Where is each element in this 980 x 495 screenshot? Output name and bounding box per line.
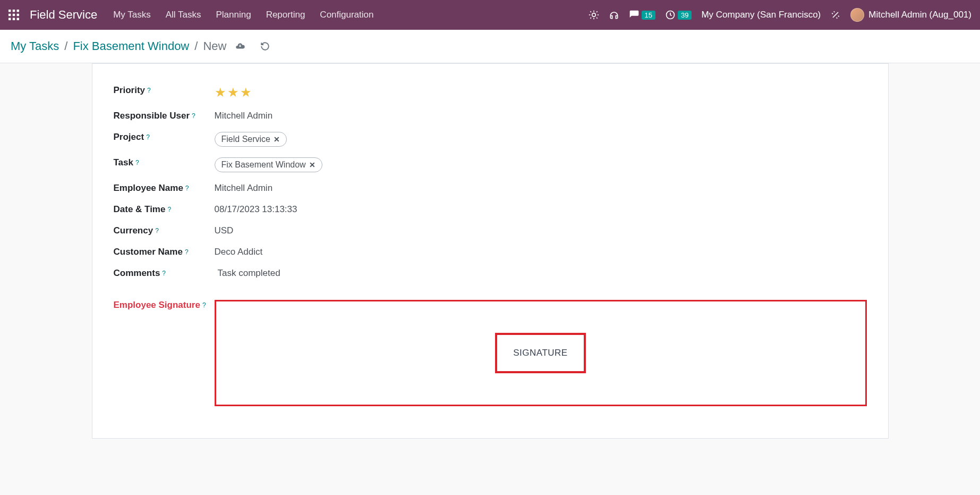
- activities-badge: 39: [678, 11, 692, 20]
- help-icon[interactable]: ?: [155, 227, 159, 234]
- row-currency: Currency ? USD: [114, 225, 867, 236]
- nav-links: My Tasks All Tasks Planning Reporting Co…: [113, 10, 588, 20]
- activities-icon[interactable]: 39: [665, 10, 692, 20]
- breadcrumb-sep: /: [64, 39, 67, 53]
- label-datetime: Date & Time ?: [114, 204, 215, 215]
- nav-planning[interactable]: Planning: [216, 10, 251, 20]
- label-task: Task ?: [114, 157, 215, 168]
- remove-tag-icon[interactable]: ✕: [309, 161, 316, 169]
- svg-rect-4: [13, 14, 15, 16]
- row-priority: Priority ? ★ ★ ★: [114, 85, 867, 100]
- svg-point-9: [592, 13, 595, 17]
- discard-icon[interactable]: [260, 41, 270, 51]
- support-icon[interactable]: [609, 10, 619, 20]
- help-icon[interactable]: ?: [192, 112, 195, 120]
- star-icon[interactable]: ★: [227, 85, 239, 100]
- label-currency: Currency ?: [114, 225, 215, 236]
- breadcrumb: My Tasks / Fix Basement Window / New: [0, 30, 980, 63]
- label-customer-name: Customer Name ?: [114, 247, 215, 257]
- label-priority: Priority ?: [114, 85, 215, 96]
- value-datetime[interactable]: 08/17/2023 13:13:33: [215, 204, 867, 215]
- row-task: Task ? Fix Basement Window ✕: [114, 157, 867, 172]
- svg-rect-6: [8, 18, 11, 20]
- help-icon[interactable]: ?: [167, 206, 171, 213]
- priority-stars[interactable]: ★ ★ ★: [215, 85, 867, 100]
- help-icon[interactable]: ?: [162, 270, 166, 277]
- cloud-save-icon[interactable]: [235, 41, 245, 52]
- value-project[interactable]: Field Service ✕: [215, 132, 867, 147]
- star-icon[interactable]: ★: [240, 85, 252, 100]
- label-employee-name: Employee Name ?: [114, 183, 215, 194]
- help-icon[interactable]: ?: [147, 87, 151, 94]
- nav-configuration[interactable]: Configuration: [320, 10, 373, 20]
- svg-rect-0: [8, 10, 11, 12]
- svg-rect-8: [17, 18, 19, 20]
- signature-area[interactable]: SIGNATURE: [215, 300, 867, 406]
- label-comments: Comments ?: [114, 268, 215, 279]
- label-project: Project ?: [114, 132, 215, 142]
- svg-rect-2: [17, 10, 19, 12]
- breadcrumb-parent[interactable]: Fix Basement Window: [73, 39, 189, 53]
- value-task[interactable]: Fix Basement Window ✕: [215, 157, 867, 172]
- remove-tag-icon[interactable]: ✕: [274, 135, 280, 144]
- help-icon[interactable]: ?: [202, 301, 206, 309]
- value-comments[interactable]: Task completed: [215, 268, 867, 279]
- task-tag[interactable]: Fix Basement Window ✕: [215, 157, 322, 172]
- help-icon[interactable]: ?: [135, 159, 139, 166]
- messages-badge: 15: [642, 11, 655, 20]
- user-menu[interactable]: Mitchell Admin (Aug_001): [850, 8, 972, 22]
- svg-rect-5: [17, 14, 19, 16]
- star-icon[interactable]: ★: [215, 85, 226, 100]
- user-name: Mitchell Admin (Aug_001): [868, 10, 972, 20]
- row-employee-name: Employee Name ? Mitchell Admin: [114, 183, 867, 194]
- value-priority: ★ ★ ★: [215, 85, 867, 100]
- messages-icon[interactable]: 15: [629, 10, 655, 20]
- tools-icon[interactable]: [830, 10, 841, 20]
- avatar: [850, 8, 864, 22]
- signature-button[interactable]: SIGNATURE: [495, 333, 585, 373]
- breadcrumb-current: New: [203, 39, 226, 53]
- row-datetime: Date & Time ? 08/17/2023 13:13:33: [114, 204, 867, 215]
- debug-icon[interactable]: [589, 10, 599, 20]
- nav-reporting[interactable]: Reporting: [266, 10, 305, 20]
- svg-rect-7: [13, 18, 15, 20]
- value-currency[interactable]: USD: [215, 225, 867, 236]
- row-customer-name: Customer Name ? Deco Addict: [114, 247, 867, 257]
- svg-rect-1: [13, 10, 15, 12]
- row-responsible-user: Responsible User ? Mitchell Admin: [114, 111, 867, 121]
- value-responsible-user[interactable]: Mitchell Admin: [215, 111, 867, 121]
- form-sheet: Priority ? ★ ★ ★ Responsible User ? Mitc…: [92, 63, 889, 439]
- help-icon[interactable]: ?: [146, 133, 150, 141]
- row-project: Project ? Field Service ✕: [114, 132, 867, 147]
- help-icon[interactable]: ?: [185, 248, 189, 256]
- project-tag[interactable]: Field Service ✕: [215, 132, 287, 147]
- breadcrumb-sep: /: [194, 39, 198, 53]
- row-comments: Comments ? Task completed: [114, 268, 867, 279]
- nav-my-tasks[interactable]: My Tasks: [113, 10, 151, 20]
- row-signature: Employee Signature ? SIGNATURE: [114, 300, 867, 406]
- brand-title[interactable]: Field Service: [30, 8, 97, 22]
- label-responsible-user: Responsible User ?: [114, 111, 215, 121]
- nav-all-tasks[interactable]: All Tasks: [166, 10, 201, 20]
- help-icon[interactable]: ?: [185, 184, 189, 192]
- value-customer-name[interactable]: Deco Addict: [215, 247, 867, 257]
- value-employee-name[interactable]: Mitchell Admin: [215, 183, 867, 194]
- top-navbar: Field Service My Tasks All Tasks Plannin…: [0, 0, 980, 30]
- navbar-right: 15 39 My Company (San Francisco) Mitchel…: [589, 8, 972, 22]
- label-signature: Employee Signature ?: [114, 300, 215, 311]
- apps-icon[interactable]: [8, 10, 19, 20]
- company-selector[interactable]: My Company (San Francisco): [701, 10, 821, 20]
- breadcrumb-root[interactable]: My Tasks: [11, 39, 59, 53]
- svg-rect-3: [8, 14, 11, 16]
